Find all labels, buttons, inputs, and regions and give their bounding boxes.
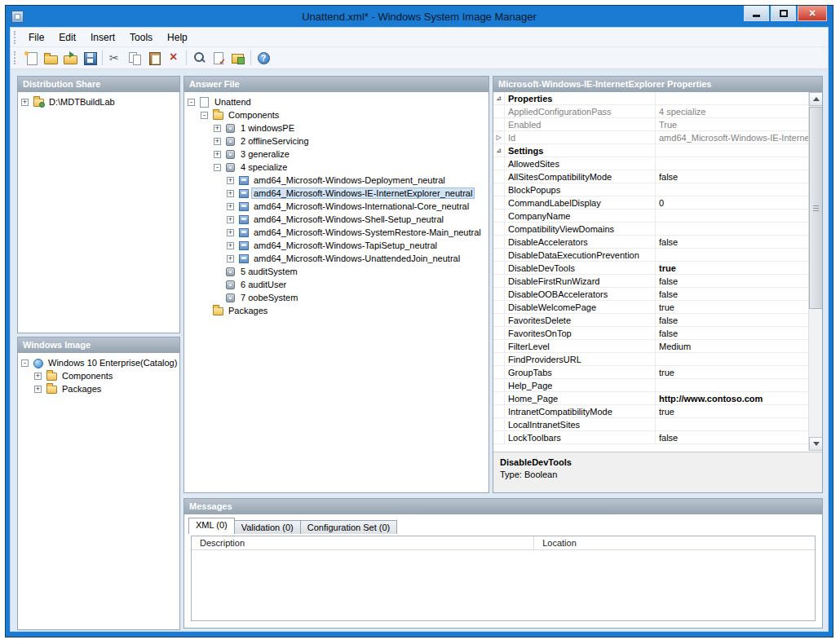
property-value[interactable]	[656, 249, 808, 261]
property-row[interactable]: ⊿Properties	[493, 92, 808, 105]
tree-node-label[interactable]: amd64_Microsoft-Windows-IE-InternetExplo…	[252, 188, 474, 198]
property-row[interactable]: IntranetCompatibilityModetrue	[493, 405, 808, 418]
property-value[interactable]: True	[656, 118, 808, 130]
toolbar-open-distribution-share-button[interactable]	[60, 49, 80, 68]
toolbar-validate-answer-file-button[interactable]	[209, 49, 228, 68]
column-header[interactable]: Location	[534, 536, 580, 549]
toolbar-open-answer-file-button[interactable]	[41, 49, 60, 68]
tree-node-label[interactable]: 1 windowsPE	[239, 123, 296, 133]
property-row[interactable]: AllSitesCompatibilityModefalse	[493, 170, 808, 183]
property-row[interactable]: GroupTabstrue	[493, 366, 808, 379]
tree-node[interactable]: +amd64_Microsoft-Windows-IE-InternetExpl…	[184, 187, 489, 200]
expand-toggle-icon[interactable]: +	[227, 190, 234, 197]
tree-node-label[interactable]: amd64_Microsoft-Windows-SystemRestore-Ma…	[252, 227, 483, 237]
expand-toggle-icon[interactable]: +	[214, 151, 221, 158]
property-value[interactable]: false	[656, 431, 808, 443]
tree-node[interactable]: +3 generalize	[184, 148, 489, 161]
expand-toggle-icon[interactable]: +	[227, 216, 234, 223]
property-row[interactable]: FavoritesOnTopfalse	[493, 327, 808, 340]
property-value[interactable]: Medium	[656, 340, 808, 352]
property-value[interactable]	[656, 418, 808, 430]
tree-node-label[interactable]: Unattend	[213, 97, 253, 107]
property-row[interactable]: FindProvidersURL	[493, 353, 808, 366]
property-value[interactable]	[656, 379, 808, 391]
expand-toggle-icon[interactable]: +	[34, 373, 42, 380]
tree-node-label[interactable]: Packages	[227, 306, 269, 315]
property-value[interactable]: amd64_Microsoft-Windows-IE-InternetE	[656, 131, 808, 143]
tree-node-label[interactable]: amd64_Microsoft-Windows-UnattendedJoin_n…	[252, 254, 462, 263]
menu-insert[interactable]: Insert	[83, 29, 122, 46]
distribution-share-tree[interactable]: +D:\MDTBuildLab	[18, 92, 179, 333]
tree-node-label[interactable]: amd64_Microsoft-Windows-International-Co…	[252, 201, 471, 211]
property-grid-scrollbar[interactable]	[808, 92, 822, 451]
collapse-toggle-icon[interactable]: -	[188, 99, 195, 106]
tree-node-label[interactable]: 3 generalize	[239, 149, 291, 159]
property-row[interactable]: DisableOOBAcceleratorsfalse	[493, 288, 808, 301]
property-value[interactable]	[656, 223, 808, 235]
toolbar-new-answer-file-button[interactable]	[21, 49, 41, 68]
menu-help[interactable]: Help	[160, 29, 195, 46]
toolbar-save-answer-file-button[interactable]	[80, 49, 99, 68]
toolbar-cut-button[interactable]	[105, 49, 125, 68]
property-row[interactable]: LocalIntranetSites	[493, 418, 808, 431]
tree-node[interactable]: +2 offlineServicing	[184, 135, 489, 148]
property-value[interactable]	[656, 210, 808, 222]
property-value[interactable]	[656, 157, 808, 170]
property-value[interactable]: false	[656, 236, 808, 248]
scroll-up-button[interactable]	[809, 92, 822, 106]
property-row[interactable]: FavoritesDeletefalse	[493, 314, 808, 327]
tree-node-label[interactable]: 6 auditUser	[239, 280, 288, 289]
property-row[interactable]: DisableDevToolstrue	[493, 262, 808, 275]
tree-node-label[interactable]: Components	[227, 110, 281, 120]
property-row[interactable]: DisableWelcomePagetrue	[493, 301, 808, 314]
menu-tools[interactable]: Tools	[122, 29, 160, 46]
toolbar-help-button[interactable]	[254, 49, 273, 68]
tree-node-label[interactable]: amd64_Microsoft-Windows-TapiSetup_neutra…	[252, 240, 439, 250]
property-grid[interactable]: ⊿PropertiesAppliedConfigurationPass4 spe…	[493, 92, 808, 451]
tree-node-label[interactable]: amd64_Microsoft-Windows-Shell-Setup_neut…	[252, 214, 445, 224]
tree-node-label[interactable]: 4 specialize	[239, 162, 289, 172]
toolbar-paste-button[interactable]	[144, 49, 164, 68]
answer-file-tree[interactable]: -Unattend-Components+1 windowsPE+2 offli…	[184, 92, 489, 492]
expand-toggle-icon[interactable]: +	[227, 255, 234, 262]
property-row[interactable]: EnabledTrue	[493, 118, 808, 131]
messages-tab[interactable]: Validation (0)	[234, 520, 301, 534]
title-bar[interactable]: Unattend.xml* - Windows System Image Man…	[10, 6, 829, 27]
collapse-toggle-icon[interactable]: -	[21, 359, 29, 367]
collapse-toggle-icon[interactable]: -	[201, 112, 208, 119]
property-row[interactable]: BlockPopups	[493, 183, 808, 196]
tree-node-label[interactable]: Components	[60, 371, 114, 381]
tree-node[interactable]: -Windows 10 Enterprise(Catalog)	[18, 356, 179, 369]
property-row[interactable]: DisableFirstRunWizardfalse	[493, 275, 808, 288]
tree-node[interactable]: +Packages	[18, 382, 179, 395]
tree-node[interactable]: +Components	[18, 369, 179, 382]
tree-node[interactable]: +amd64_Microsoft-Windows-Shell-Setup_neu…	[184, 213, 489, 226]
property-value[interactable]: 4 specialize	[656, 105, 808, 117]
property-value[interactable]: true	[656, 405, 808, 417]
scrollbar-thumb[interactable]	[809, 107, 822, 309]
tree-node[interactable]: +D:\MDTBuildLab	[18, 95, 179, 108]
property-row[interactable]: Help_Page	[493, 379, 808, 392]
property-value[interactable]: true	[656, 262, 808, 274]
property-value[interactable]: true	[656, 301, 808, 313]
collapse-toggle-icon[interactable]: -	[214, 164, 221, 171]
tree-node-label[interactable]: 5 auditSystem	[239, 267, 299, 276]
expand-toggle-icon[interactable]: +	[227, 203, 234, 210]
tree-node[interactable]: 7 oobeSystem	[184, 291, 489, 304]
property-value[interactable]: false	[656, 314, 808, 326]
tree-node[interactable]: 6 auditUser	[184, 278, 489, 291]
tree-node[interactable]: +1 windowsPE	[184, 121, 489, 135]
toolbar-copy-button[interactable]	[125, 49, 144, 68]
property-value[interactable]	[656, 183, 808, 196]
property-value[interactable]: true	[656, 366, 808, 378]
tree-node-label[interactable]: Packages	[60, 384, 103, 394]
maximize-button[interactable]	[771, 6, 796, 21]
property-row[interactable]: ▷Idamd64_Microsoft-Windows-IE-InternetE	[493, 131, 808, 144]
tree-node[interactable]: -Components	[184, 108, 489, 121]
tree-node[interactable]: -4 specialize	[184, 161, 489, 174]
expand-toggle-icon[interactable]: +	[21, 99, 29, 106]
column-header[interactable]: Description	[192, 536, 534, 549]
tree-node[interactable]: +amd64_Microsoft-Windows-TapiSetup_neutr…	[184, 239, 489, 252]
tree-node[interactable]: +amd64_Microsoft-Windows-International-C…	[184, 200, 489, 213]
windows-image-tree[interactable]: -Windows 10 Enterprise(Catalog)+Componen…	[18, 353, 179, 629]
